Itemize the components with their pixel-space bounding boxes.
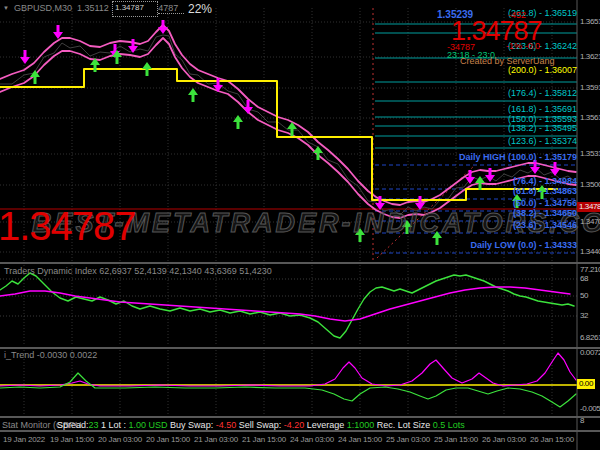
itrend-axis-label: -0.0056: [580, 405, 600, 413]
price-axis-label: 1.35910: [580, 84, 600, 92]
stat-reclot-value: 0.5 Lots: [433, 420, 465, 430]
time-axis-label: 26 Jan 03:00: [482, 436, 526, 444]
symbol-period-label: GBPUSD,M30: [14, 3, 72, 13]
time-axis-label: 24 Jan 15:00: [338, 436, 382, 444]
fib-extension-label: (138.2) - 1.35495: [508, 124, 577, 133]
stat-sellswap-value: -4.20: [284, 420, 305, 430]
time-axis-label: 24 Jan 03:00: [290, 436, 334, 444]
fib-extension-label: (123.6) - 1.35374: [508, 137, 577, 146]
tdi-window-label: Traders Dynamic Index 62,6937 52,4139 42…: [4, 267, 272, 276]
daily-fib-label: (50.0) - 1.34756: [513, 199, 577, 208]
stat-sellswap-label: Sell Swap:: [236, 420, 284, 430]
daily-fib-label: (61.8) - 1.34863: [513, 187, 577, 196]
big-price-comment: 1.34787: [0, 206, 136, 246]
daily-fib-label: Daily LOW (0.0) - 1.34333: [470, 241, 577, 250]
price-axis-label: 1.35610: [580, 114, 600, 122]
price-axis-label: 1.36515: [580, 18, 600, 26]
time-axis-label: 19 Jan 2022: [3, 436, 45, 444]
time-axis-label: 21 Jan 15:00: [242, 436, 286, 444]
tdi-axis-label: 77.2104: [580, 266, 600, 274]
daily-fib-label: Daily HIGH (100.0) - 1.35179: [459, 153, 577, 162]
time-axis-label: 19 Jan 15:00: [50, 436, 94, 444]
fib-extension-label: (200.0) - 1.36007: [508, 66, 577, 75]
stat-values-row: Spread: 23 1 Lot : 1.00 USD Buy Swap: -4…: [57, 420, 465, 430]
tdi-axis-label: 68: [580, 275, 588, 283]
daily-fib-label: (38.2) - 1.34650: [513, 209, 577, 218]
stat-lot-label: 1 Lot :: [99, 420, 129, 430]
price-axis-label: 1.35310: [580, 150, 600, 158]
mt4-chart-window: BEST-METATRADER-INDICATORS.COM 1.34787 (…: [0, 0, 600, 450]
itrend-axis-label: 0.0072: [580, 349, 600, 357]
time-axis-label: 20 Jan 03:00: [98, 436, 142, 444]
daily-fib-label: (76.4) - 1.34984: [513, 177, 577, 186]
stat-monitor-bar: Stat Monitor (GBPU Spread: 23 1 Lot : 1.…: [0, 418, 577, 431]
price-axis-label: 1.34405: [580, 248, 600, 256]
time-axis-label: 26 Jan 15:00: [530, 436, 574, 444]
time-axis-label: 25 Jan 03:00: [386, 436, 430, 444]
stat-axis-value: 8: [580, 417, 584, 425]
tdi-axis-label: 32: [580, 312, 588, 320]
edit-dotted-ruler: [158, 12, 184, 14]
stat-spread-value: 23: [89, 420, 99, 430]
time-axis-label: 21 Jan 03:00: [194, 436, 238, 444]
price-axis-label: 1.35005: [580, 181, 600, 189]
chevron-down-icon[interactable]: ▼: [3, 5, 9, 11]
stat-reclot-label: Rec. Lot Size: [374, 420, 433, 430]
fib-extension-label: (161.8) - 1.35691: [508, 105, 577, 114]
stat-leverage-value: 1:1000: [347, 420, 375, 430]
price-axis-label: 1.36210: [580, 53, 600, 61]
tdi-axis-label: 50: [580, 292, 588, 300]
daily-fib-label: (23.6) - 1.34546: [513, 221, 577, 230]
fib-extension-label: (176.4) - 1.35812: [508, 89, 577, 98]
time-axis-label: 20 Jan 15:00: [146, 436, 190, 444]
stat-buyswap-label: Buy Swap:: [168, 420, 216, 430]
red-percent-label: -1% -0.0: [506, 42, 540, 51]
stat-leverage-label: Leverage: [304, 420, 347, 430]
stat-spread-label: Spread:: [57, 420, 89, 430]
itrend-window-label: i_Trend -0.0030 0.0022: [4, 351, 97, 360]
stat-buyswap-value: -4.50: [216, 420, 237, 430]
price-axis-label: 1.34705: [580, 218, 600, 226]
created-by-label: Created by ServerUang: [460, 57, 555, 66]
time-axis-label: 25 Jan 15:00: [434, 436, 478, 444]
stat-lot-value: 1.00 USD: [129, 420, 168, 430]
itrend-zero-badge: 0.00: [577, 379, 595, 389]
tdi-axis-label: 6.8261: [580, 334, 600, 342]
price-edit-input[interactable]: 1.34787: [112, 1, 158, 17]
percent-label: 22%: [188, 2, 212, 16]
bid-price-badge: 1.34787: [577, 202, 600, 212]
